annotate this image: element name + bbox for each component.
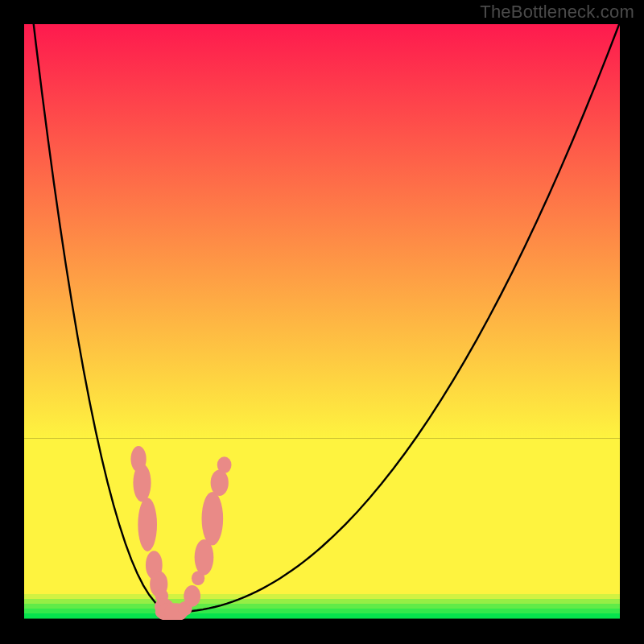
green-band bbox=[24, 599, 620, 605]
data-marker bbox=[217, 456, 232, 473]
green-band bbox=[24, 609, 620, 614]
data-marker bbox=[138, 497, 157, 551]
plot-area bbox=[24, 24, 620, 620]
gradient-bg bbox=[24, 24, 620, 438]
green-band bbox=[24, 613, 620, 619]
green-band bbox=[24, 594, 620, 600]
data-marker bbox=[184, 585, 200, 607]
chart-frame: TheBottleneck.com bbox=[0, 0, 644, 644]
data-marker bbox=[211, 470, 229, 497]
plot-svg bbox=[24, 24, 620, 620]
data-marker bbox=[133, 464, 151, 502]
watermark-label: TheBottleneck.com bbox=[480, 2, 634, 23]
green-band bbox=[24, 604, 620, 609]
yellow-band bbox=[24, 438, 620, 594]
data-marker bbox=[202, 492, 224, 546]
